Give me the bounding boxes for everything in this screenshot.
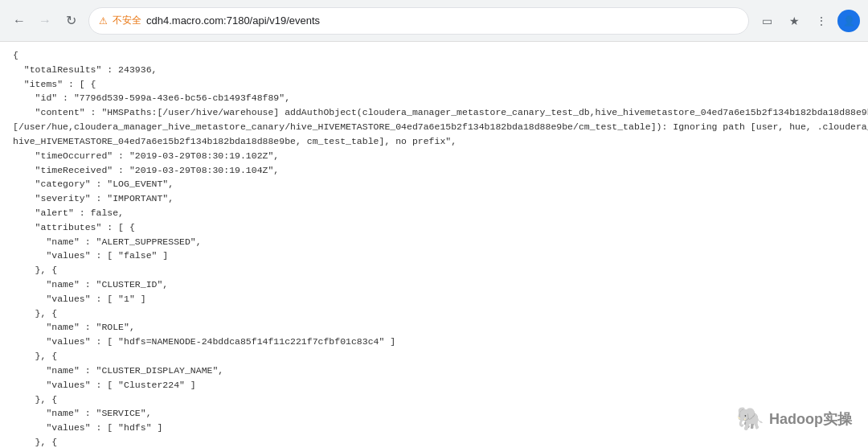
security-label: 不安全 xyxy=(113,14,141,27)
watermark-text: Hadoop实操 xyxy=(769,409,852,429)
watermark: 🐘 Hadoop实操 xyxy=(736,405,852,432)
address-bar[interactable]: ⚠ 不安全 cdh4.macro.com:7180/api/v19/events xyxy=(88,7,749,35)
menu-button[interactable]: ⋮ xyxy=(810,10,833,32)
profile-button[interactable]: 👤 xyxy=(837,10,860,32)
reload-button[interactable]: ↻ xyxy=(59,10,82,32)
bookmark-button[interactable]: ★ xyxy=(783,10,805,32)
watermark-icon: 🐘 xyxy=(736,405,764,432)
url-text: cdh4.macro.com:7180/api/v19/events xyxy=(146,14,739,27)
browser-toolbar: ← → ↻ ⚠ 不安全 cdh4.macro.com:7180/api/v19/… xyxy=(0,0,868,42)
content-area: { "totalResults" : 243936, "items" : [ {… xyxy=(0,42,868,448)
json-response: { "totalResults" : 243936, "items" : [ {… xyxy=(13,48,855,448)
security-icon: ⚠ xyxy=(99,15,108,27)
browser-actions: ▭ ★ ⋮ 👤 xyxy=(755,10,860,32)
nav-buttons: ← → ↻ xyxy=(8,10,82,32)
forward-button[interactable]: → xyxy=(34,10,56,32)
back-button[interactable]: ← xyxy=(8,10,31,32)
cast-button[interactable]: ▭ xyxy=(755,10,778,32)
